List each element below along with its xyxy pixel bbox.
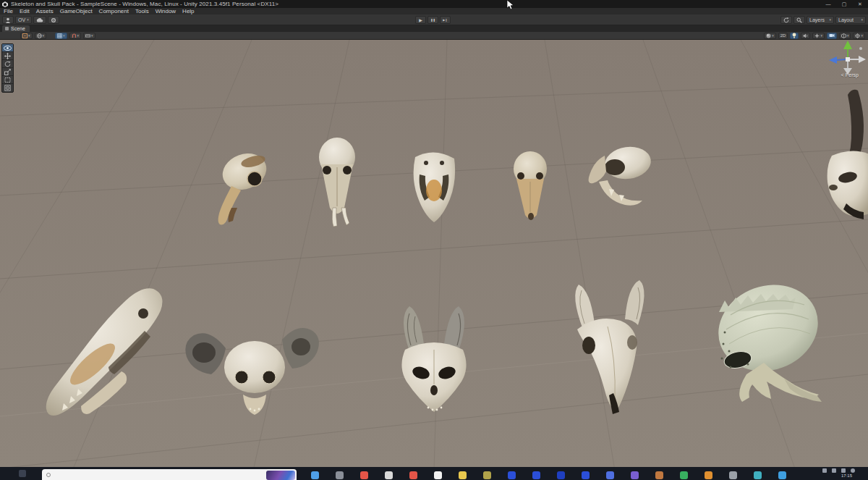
taskbar-app-icon[interactable] [729, 471, 737, 479]
taskbar-app-icon[interactable] [631, 471, 639, 479]
taskbar-app-icon[interactable] [582, 471, 590, 479]
draw-mode-dropdown[interactable]: ▾ [764, 33, 776, 39]
scene-camera-settings-button[interactable] [827, 33, 837, 39]
scene-lighting-toggle[interactable] [790, 33, 799, 39]
taskbar-app-icon[interactable] [360, 471, 368, 479]
grid-icon [57, 33, 62, 38]
crosshair-icon [855, 33, 860, 38]
chevron-down-icon: ▾ [77, 34, 80, 38]
taskbar-app-icon[interactable] [409, 471, 417, 479]
taskbar-app-icon[interactable] [483, 471, 491, 479]
skull-reptile[interactable] [414, 152, 456, 222]
tool-handle-rotation-dropdown[interactable]: ▾ [35, 33, 47, 39]
grid-visibility-dropdown[interactable]: ▾ [55, 33, 67, 39]
start-button[interactable] [19, 470, 26, 477]
menu-gameobject[interactable]: GameObject [60, 8, 93, 14]
layers-dropdown[interactable]: Layers ▾ [807, 16, 834, 24]
2d-toggle-button[interactable]: 2D [778, 33, 788, 39]
maximize-button[interactable]: ▢ [836, 0, 852, 8]
taskbar-app-icon[interactable] [705, 471, 712, 479]
title-bar[interactable]: Skeleton and Skull Pack - SampleScene - … [0, 0, 868, 8]
cloud-icon [36, 17, 43, 22]
rotate-tool-button[interactable] [2, 60, 13, 68]
skull-caracal-with-ears[interactable] [401, 306, 466, 412]
menu-bar: File Edit Assets GameObject Component To… [0, 8, 868, 14]
undo-history-button[interactable] [780, 16, 792, 24]
2d-icon: 2D [780, 33, 786, 38]
play-button[interactable]: ▶ [415, 16, 426, 24]
taskbar-app-icon[interactable] [655, 471, 663, 479]
taskbar-app-icon[interactable] [336, 471, 344, 479]
taskbar-app-icon[interactable] [385, 471, 393, 479]
skull-small-mammal[interactable] [514, 151, 547, 220]
scene-orientation-gizmo[interactable] [829, 41, 866, 75]
skull-deer-with-ears[interactable] [575, 280, 644, 414]
menu-tools[interactable]: Tools [135, 8, 149, 14]
taskbar-app-icon[interactable] [532, 471, 540, 479]
scene-audio-toggle[interactable] [801, 33, 810, 39]
taskbar-app-icon[interactable] [459, 471, 467, 479]
skull-armored-creature[interactable] [706, 271, 830, 402]
snap-dropdown[interactable]: ▾ [69, 33, 82, 39]
gizmo-projection-label[interactable]: < Persp [841, 72, 859, 77]
minimize-button[interactable]: — [820, 0, 836, 8]
gizmo-z-axis[interactable] [859, 56, 866, 63]
search-button[interactable] [793, 16, 805, 24]
taskbar-search-box[interactable] [42, 469, 297, 480]
taskbar-app-icon[interactable] [434, 471, 442, 479]
tray-chevron-icon[interactable] [851, 468, 855, 473]
gizmo-center-cube[interactable] [846, 57, 850, 62]
menu-window[interactable]: Window [156, 8, 176, 14]
system-tray [822, 468, 855, 473]
skull-boar[interactable] [46, 288, 163, 416]
move-tool-button[interactable] [2, 52, 13, 60]
skull-horned-antelope[interactable] [827, 90, 868, 219]
menu-help[interactable]: Help [182, 8, 194, 14]
gizmo-x-axis[interactable] [829, 56, 837, 64]
taskbar-app-icon[interactable] [778, 471, 786, 479]
speaker-icon [803, 33, 808, 38]
effects-dropdown[interactable]: ▾ [812, 33, 825, 39]
snap-increment-dropdown[interactable]: ▾ [83, 33, 95, 39]
tray-icon[interactable] [822, 468, 827, 473]
transform-tool-button[interactable] [2, 84, 13, 92]
skull-rodent-long-incisors[interactable] [319, 138, 355, 227]
cloud-button[interactable] [33, 16, 46, 24]
rect-tool-button[interactable] [2, 76, 13, 84]
menu-component[interactable]: Component [99, 8, 129, 14]
skull-bat-with-ears[interactable] [185, 328, 319, 415]
tools-overlay [1, 43, 14, 93]
skull-feline-open-jaw[interactable] [589, 144, 653, 206]
menu-assets[interactable]: Assets [36, 8, 54, 14]
tab-scene[interactable]: Scene [2, 25, 30, 32]
component-search-dropdown[interactable]: ▾ [853, 33, 865, 39]
taskbar-app-icon[interactable] [311, 471, 319, 479]
gizmos-dropdown[interactable]: ▾ [839, 33, 851, 39]
account-button[interactable] [2, 16, 14, 24]
skull-bird[interactable] [218, 148, 272, 225]
gizmo-y-axis[interactable] [843, 41, 852, 49]
services-button[interactable] [48, 16, 59, 24]
tray-icon[interactable] [832, 468, 836, 473]
menu-file[interactable]: File [4, 8, 13, 14]
view-tool-button[interactable] [2, 44, 13, 52]
chevron-down-icon: ▾ [28, 34, 30, 38]
scale-tool-button[interactable] [2, 68, 13, 76]
taskbar-clock[interactable]: 17:15 [841, 473, 852, 478]
close-button[interactable]: ✕ [852, 0, 868, 8]
pause-button[interactable]: ❚❚ [427, 16, 438, 24]
menu-edit[interactable]: Edit [20, 8, 30, 14]
tool-handle-pivot-dropdown[interactable]: ▾ [20, 33, 33, 39]
window-title: Skeleton and Skull Pack - SampleScene - … [11, 0, 278, 8]
taskbar-app-icon[interactable] [754, 471, 762, 479]
scene-viewport[interactable]: < Persp [0, 40, 868, 467]
version-control-button[interactable]: OV ▾ [15, 16, 32, 24]
taskbar-app-icon[interactable] [557, 471, 565, 479]
step-button[interactable]: ▶❙ [440, 16, 451, 24]
pause-icon: ❚❚ [430, 18, 435, 22]
tray-icon[interactable] [841, 468, 846, 473]
taskbar-app-icon[interactable] [508, 471, 516, 479]
taskbar-app-icon[interactable] [680, 471, 688, 479]
taskbar-app-icon[interactable] [606, 471, 614, 479]
layout-dropdown[interactable]: Layout ▾ [835, 16, 866, 24]
